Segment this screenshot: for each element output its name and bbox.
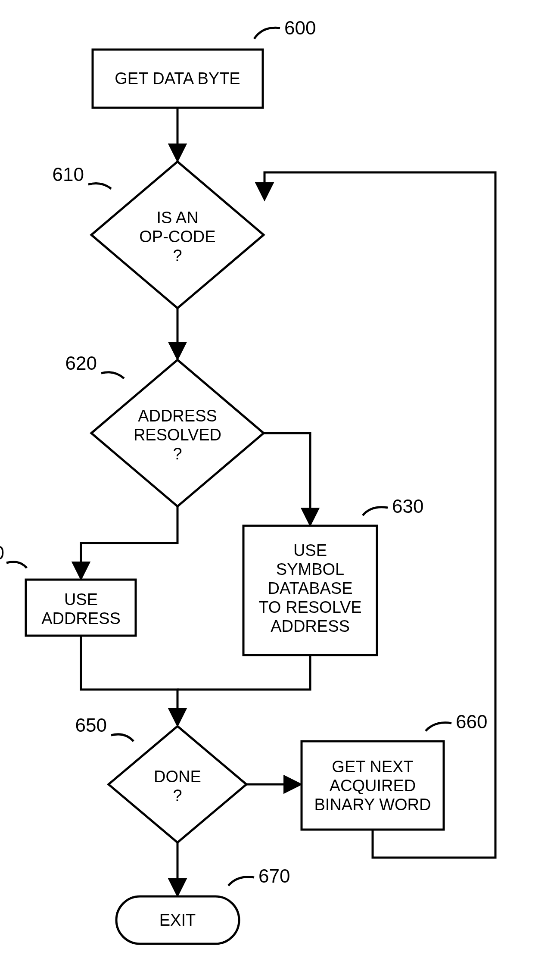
node-640-label: 640 <box>0 542 4 563</box>
node-620-l3: ? <box>173 445 182 463</box>
flowchart: GET DATA BYTE 600 IS AN OP-CODE ? 610 AD… <box>0 0 554 980</box>
node-620-label: 620 <box>65 353 97 374</box>
node-600-text: GET DATA BYTE <box>115 69 240 87</box>
node-640: USE ADDRESS 640 <box>0 542 136 636</box>
node-630-l1: USE <box>293 541 327 559</box>
node-650-label: 650 <box>75 715 107 736</box>
node-660: GET NEXT ACQUIRED BINARY WORD 660 <box>302 711 487 830</box>
node-610-l2: OP-CODE <box>139 228 215 246</box>
edge-620-630 <box>264 433 310 524</box>
edge-620-640 <box>81 506 177 577</box>
node-600-label: 600 <box>284 17 316 38</box>
node-630: USE SYMBOL DATABASE TO RESOLVE ADDRESS 6… <box>243 496 423 655</box>
node-660-l2: ACQUIRED <box>330 777 416 795</box>
node-660-label: 660 <box>456 711 487 732</box>
node-650-l1: DONE <box>154 768 201 786</box>
node-660-l1: GET NEXT <box>332 758 413 776</box>
node-610-l3: ? <box>173 247 182 265</box>
node-640-l1: USE <box>64 590 98 609</box>
node-610-l1: IS AN <box>156 209 198 227</box>
node-670-text: EXIT <box>159 911 196 929</box>
node-640-l2: ADDRESS <box>41 609 121 627</box>
node-630-l5: ADDRESS <box>271 617 350 635</box>
node-670-label: 670 <box>258 865 290 886</box>
node-670: EXIT 670 <box>116 865 290 944</box>
edge-630-join <box>177 655 310 690</box>
node-620-l2: RESOLVED <box>134 426 221 444</box>
node-630-l3: DATABASE <box>268 579 352 597</box>
node-610: IS AN OP-CODE ? 610 <box>53 162 264 308</box>
node-620: ADDRESS RESOLVED ? 620 <box>65 353 264 506</box>
node-630-l4: TO RESOLVE <box>258 598 361 616</box>
node-650: DONE ? 650 <box>75 715 246 843</box>
node-620-l1: ADDRESS <box>138 407 217 425</box>
node-660-l3: BINARY WORD <box>314 796 431 814</box>
node-600: GET DATA BYTE 600 <box>93 17 316 108</box>
edge-640-650 <box>81 636 177 724</box>
node-610-label: 610 <box>53 164 84 185</box>
node-650-l2: ? <box>173 786 182 805</box>
node-630-label: 630 <box>392 496 423 517</box>
node-630-l2: SYMBOL <box>276 560 344 578</box>
